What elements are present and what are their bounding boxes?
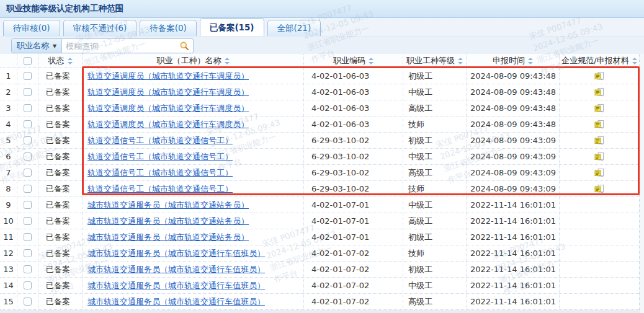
- header-occupation-code[interactable]: 职业编码: [304, 54, 403, 68]
- row-checkbox[interactable]: [24, 281, 32, 289]
- row-checkbox[interactable]: [24, 88, 32, 96]
- occupation-link[interactable]: 轨道交通调度员（城市轨道交通行车调度员）: [87, 87, 249, 98]
- occupation-cell: 城市轨道交通服务员（城市轨道交通行车值班员）: [83, 245, 304, 261]
- material-doc-icon[interactable]: [594, 184, 604, 194]
- occupation-link[interactable]: 轨道交通调度员（城市轨道交通行车调度员）: [87, 103, 249, 114]
- material-doc-icon[interactable]: [594, 87, 604, 97]
- level-cell: 中级工: [403, 278, 467, 293]
- time-cell: 2022-11-14 16:01:01: [467, 278, 560, 293]
- tab-filed[interactable]: 已备案(15): [200, 18, 264, 36]
- sort-icon: [67, 57, 73, 65]
- row-checkbox[interactable]: [24, 201, 32, 209]
- scrollbar-track[interactable]: [640, 54, 644, 313]
- occupation-cell: 城市轨道交通服务员（城市轨道交通行车值班员）: [83, 262, 304, 277]
- row-checkbox[interactable]: [24, 217, 32, 225]
- row-index: 10: [0, 213, 17, 229]
- row-checkbox[interactable]: [24, 169, 32, 177]
- occupation-link[interactable]: 轨道交通信号工（城市轨道交通信号工）: [87, 135, 233, 146]
- search-button[interactable]: [176, 39, 193, 53]
- row-checkbox[interactable]: [24, 104, 32, 112]
- time-cell: 2024-08-09 09:43:09: [467, 133, 560, 148]
- row-index: 5: [0, 133, 17, 148]
- sort-icon: [224, 57, 230, 65]
- row-checkbox[interactable]: [24, 136, 32, 144]
- material-doc-icon[interactable]: [594, 136, 604, 146]
- material-doc-icon[interactable]: [594, 104, 604, 113]
- header-occupation-name[interactable]: 职业（工种）名称: [83, 54, 304, 68]
- search-input[interactable]: [62, 39, 176, 53]
- code-cell: 4-02-01-06-03: [304, 117, 403, 132]
- row-checkbox-cell: [17, 133, 38, 148]
- material-doc-icon[interactable]: [594, 71, 604, 81]
- material-doc-icon[interactable]: [594, 168, 604, 178]
- row-index: 9: [0, 197, 17, 213]
- row-checkbox-cell: [17, 84, 38, 100]
- row-checkbox[interactable]: [24, 152, 32, 161]
- material-cell: [560, 133, 639, 148]
- occupation-link[interactable]: 轨道交通信号工（城市轨道交通信号工）: [87, 167, 233, 179]
- occupation-link[interactable]: 轨道交通信号工（城市轨道交通信号工）: [87, 151, 233, 162]
- level-cell: 高级工: [403, 213, 467, 229]
- table-row: 7 已备案 轨道交通信号工（城市轨道交通信号工） 6-29-03-10-02 高…: [0, 165, 639, 181]
- occupation-link[interactable]: 轨道交通调度员（城市轨道交通行车调度员）: [87, 71, 249, 82]
- status-cell: 已备案: [38, 229, 83, 245]
- code-cell: 4-02-01-07-01: [304, 197, 403, 213]
- table-row: 4 已备案 轨道交通调度员（城市轨道交通行车调度员） 4-02-01-06-03…: [0, 117, 639, 133]
- occupation-link[interactable]: 城市轨道交通服务员（城市轨道交通站务员）: [87, 200, 249, 211]
- occupation-link[interactable]: 城市轨道交通服务员（城市轨道交通行车值班员）: [87, 296, 265, 307]
- tab-review-rejected[interactable]: 审核不通过(6): [63, 20, 137, 36]
- time-cell: 2024-08-09 09:43:48: [467, 117, 560, 132]
- occupation-link[interactable]: 轨道交通调度员（城市轨道交通行车调度员）: [87, 119, 249, 130]
- table-row: 1 已备案 轨道交通调度员（城市轨道交通行车调度员） 4-02-01-06-03…: [0, 68, 639, 84]
- row-checkbox[interactable]: [24, 185, 32, 193]
- occupation-link[interactable]: 城市轨道交通服务员（城市轨道交通行车值班员）: [87, 264, 265, 275]
- table-row: 10 已备案 城市轨道交通服务员（城市轨道交通站务员） 4-02-01-07-0…: [0, 213, 639, 229]
- table-row: 6 已备案 轨道交通信号工（城市轨道交通信号工） 6-29-03-10-02 中…: [0, 149, 639, 165]
- header-level[interactable]: 职业工种等级: [403, 54, 467, 68]
- code-cell: 4-02-01-06-03: [304, 84, 403, 100]
- tab-pending-filing[interactable]: 待备案(0): [140, 20, 197, 36]
- header-materials[interactable]: 企业规范/申报材料: [560, 54, 639, 68]
- time-cell: 2024-08-09 09:43:09: [467, 181, 560, 196]
- table-row: 9 已备案 城市轨道交通服务员（城市轨道交通站务员） 4-02-01-07-01…: [0, 197, 639, 213]
- row-checkbox[interactable]: [24, 265, 32, 273]
- row-checkbox[interactable]: [24, 249, 32, 257]
- material-cell: [560, 165, 639, 180]
- occupation-cell: 轨道交通信号工（城市轨道交通信号工）: [83, 181, 304, 196]
- status-cell: 已备案: [38, 117, 83, 132]
- level-cell: 初级工: [403, 229, 467, 245]
- row-index: 3: [0, 100, 17, 116]
- header-declare-time[interactable]: 申报时间: [467, 54, 560, 68]
- time-cell: 2022-11-14 16:01:01: [467, 213, 560, 229]
- material-cell: [560, 294, 639, 309]
- occupation-link[interactable]: 城市轨道交通服务员（城市轨道交通行车值班员）: [87, 280, 265, 291]
- table-row: 8 已备案 轨道交通信号工（城市轨道交通信号工） 6-29-03-10-02 技…: [0, 181, 639, 197]
- occupation-link[interactable]: 城市轨道交通服务员（城市轨道交通行车值班员）: [87, 248, 265, 259]
- occupation-link[interactable]: 城市轨道交通服务员（城市轨道交通站务员）: [87, 216, 249, 227]
- material-doc-icon[interactable]: [594, 120, 604, 130]
- sort-icon: [527, 57, 533, 65]
- tab-pending-review[interactable]: 待审核(0): [3, 20, 60, 36]
- search-field-select[interactable]: 职业名称 ▼: [12, 39, 62, 53]
- tab-all[interactable]: 全部(21): [267, 20, 321, 36]
- occupation-link[interactable]: 轨道交通信号工（城市轨道交通信号工）: [87, 183, 233, 195]
- select-all-checkbox[interactable]: [24, 57, 32, 65]
- row-checkbox[interactable]: [24, 298, 32, 306]
- caret-down-icon: ▼: [53, 43, 56, 49]
- page-title: 职业技能等级认定机构工种范围: [6, 3, 123, 14]
- header-status[interactable]: 状态: [38, 54, 83, 68]
- search-group: 职业名称 ▼: [11, 38, 194, 53]
- code-cell: 4-02-01-07-01: [304, 229, 403, 245]
- status-cell: 已备案: [38, 68, 83, 84]
- occupation-link[interactable]: 城市轨道交通服务员（城市轨道交通站务员）: [87, 232, 249, 243]
- time-cell: 2024-08-09 09:43:48: [467, 100, 560, 116]
- row-index: 13: [0, 262, 17, 277]
- row-checkbox[interactable]: [24, 72, 32, 80]
- table-row: 14 已备案 城市轨道交通服务员（城市轨道交通行车值班员） 4-02-01-07…: [0, 278, 639, 294]
- occupation-cell: 轨道交通调度员（城市轨道交通行车调度员）: [83, 68, 304, 84]
- row-index: 12: [0, 245, 17, 261]
- level-cell: 初级工: [403, 262, 467, 277]
- row-checkbox[interactable]: [24, 120, 32, 128]
- material-doc-icon[interactable]: [594, 152, 604, 162]
- row-checkbox[interactable]: [24, 233, 32, 241]
